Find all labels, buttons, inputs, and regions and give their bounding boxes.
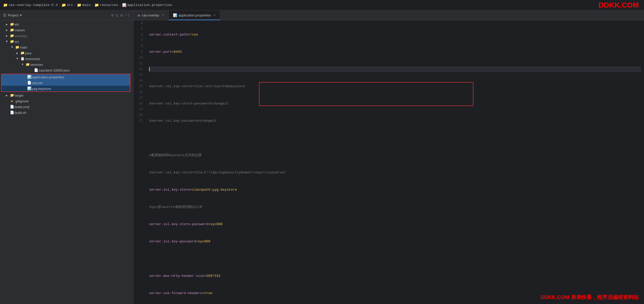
tree-item-overlays[interactable]: ▶ 📁 overlays (0, 33, 133, 39)
sep1: › (59, 4, 60, 7)
folder-icon-main: 📁 (77, 3, 81, 7)
tab-close-appprops[interactable]: ✕ (213, 14, 216, 17)
breadcrumb-src: src (67, 3, 73, 7)
label-appprops: application.properties (32, 75, 64, 79)
code-line-10 (149, 135, 641, 141)
sidebar-title: Project (8, 13, 18, 17)
red-box-files: ▶ 📊 application.properties ▶ 📄 cas.cer ▶… (1, 74, 131, 92)
sep3: › (92, 4, 93, 7)
label-buildsh: build.sh (15, 111, 26, 115)
sidebar-header: ☰ Project ▾ ⊕ ⇅ ⚙ ←| (0, 10, 133, 20)
code-line-17 (149, 256, 641, 262)
label-cascer: cas.cer (32, 81, 43, 85)
line-numbers: 4 5 6 7 8 9 10 11 12 13 14 15 16 17 18 1… (133, 20, 146, 304)
tree-item-casclient[interactable]: ▶ 📄 casclient-10000.json (0, 67, 133, 73)
code-line-13: server.ssl.key-store=classpath:yyg.keyst… (149, 187, 641, 193)
tree-item-buildcmd[interactable]: ▶ 📄 build.cmd (0, 104, 133, 110)
code-line-14: #syc是cacerts秘钥库的默认口令 (149, 204, 641, 210)
label-target: target (15, 93, 23, 97)
folder-icon-java: 📁 (20, 51, 25, 55)
tree-item-services[interactable]: ▼ 📁 services (0, 62, 133, 67)
file-icon-buildsh: 📄 (9, 110, 15, 115)
tab-close-casoverlay[interactable]: ✕ (162, 14, 164, 17)
breadcrumb-file: application.properties (127, 3, 172, 7)
editor-tabs: m cas-overlay ✕ 📊 application.properties… (133, 10, 644, 20)
tree-item-yygkeystore[interactable]: ▶ 📊 yyg.keystore (2, 86, 130, 91)
tree-item-java[interactable]: ▶ 📁 java (0, 50, 133, 56)
folder-icon-services: 📁 (25, 62, 30, 67)
sidebar-header-icons: ⊕ ⇅ ⚙ ←| (111, 13, 130, 18)
tree-item-maven[interactable]: ▶ 📁 maven (0, 27, 133, 33)
ddkk-logo: DDKK.COM (598, 1, 639, 9)
file-icon-cascer: 📄 (27, 81, 32, 85)
label-casclient: casclient-10000.json (39, 68, 70, 72)
folder-icon-target: 📁 (9, 93, 15, 97)
folder-icon-maven: 📁 (9, 28, 15, 32)
folder-icon-resources: 📁 (94, 3, 99, 7)
file-icon-yygkeystore: 📊 (27, 86, 32, 91)
folder-icon-etc: 📁 (9, 22, 15, 26)
tree-item-resources[interactable]: ▼ 📋 resources (0, 56, 133, 62)
code-line-9: #server.ssl.key-password=changeit (149, 118, 641, 124)
code-line-7: #server.ssl.key-store=file:/etc/cas/thek… (149, 84, 641, 89)
folder-icon-main: 📁 (15, 45, 20, 49)
file-icon-casclient: 📄 (33, 68, 39, 72)
arrow-src: ▼ (4, 40, 9, 43)
arrow-java: ▶ (15, 51, 20, 55)
file-icon-buildcmd: 📄 (9, 105, 15, 109)
tab-cas-overlay[interactable]: m cas-overlay ✕ (133, 10, 169, 20)
file-icon-props: 📊 (122, 3, 126, 7)
arrow-target: ▶ (4, 94, 9, 97)
tab-label-appprops: application.properties (179, 13, 211, 17)
tree-item-cascer[interactable]: ▶ 📄 cas.cer (2, 80, 130, 86)
code-line-18: server.max-http-header-size=2097152 (149, 273, 641, 279)
tab-application-properties[interactable]: 📊 application.properties ✕ (169, 10, 221, 20)
main-layout: ☰ Project ▾ ⊕ ⇅ ⚙ ←| ▶ 📁 etc ▶ (0, 10, 644, 304)
sync-icon[interactable]: ⇅ (116, 13, 118, 18)
sidebar-menu-icon: ☰ (3, 13, 6, 17)
label-src: src (15, 40, 19, 44)
sep4: › (119, 4, 121, 7)
breadcrumb: 📁 cas-overlay-template-5.3 › 📁 src › 📁 m… (3, 3, 172, 7)
editor-wrapper: 4 5 6 7 8 9 10 11 12 13 14 15 16 17 18 1… (133, 20, 644, 304)
sidebar-arrow[interactable]: ▾ (20, 13, 22, 17)
sidebar-header-left: ☰ Project ▾ (3, 13, 22, 17)
folder-icon-overlays: 📁 (9, 34, 15, 38)
breadcrumb-main: main (82, 3, 91, 7)
arrow-maven: ▶ (4, 28, 9, 32)
code-line-6 (149, 66, 641, 72)
tree-item-buildsh[interactable]: ▶ 📄 build.sh (0, 110, 133, 115)
folder-icon-src: 📁 (61, 3, 66, 7)
sidebar: ☰ Project ▾ ⊕ ⇅ ⚙ ←| ▶ 📁 etc ▶ (0, 10, 133, 304)
code-line-5: server.port=8443 (149, 49, 641, 55)
editor-area: m cas-overlay ✕ 📊 application.properties… (133, 10, 644, 304)
code-line-12: #server.ssl.key-store=file:F:\\SpringSec… (149, 170, 641, 176)
label-java: java (25, 51, 31, 55)
tab-label-casoverlay: cas-overlay (142, 13, 159, 17)
tree-item-main[interactable]: ▼ 📁 main (0, 44, 133, 50)
label-resources: resources (25, 57, 40, 61)
code-container[interactable]: 4 5 6 7 8 9 10 11 12 13 14 15 16 17 18 1… (133, 20, 644, 304)
tab-icon-casoverlay: m (138, 13, 140, 17)
code-line-11: #配置秘钥库keystore文件的位置 (149, 153, 641, 158)
add-module-icon[interactable]: ⊕ (111, 13, 114, 18)
tree-item-gitignore[interactable]: ▶ ◆ .gitignore (0, 98, 133, 104)
label-etc: etc (15, 22, 19, 26)
collapse-icon[interactable]: ←| (125, 13, 130, 18)
code-content: server.context-path=/cas server.port=844… (146, 20, 644, 304)
folder-icon-src: 📁 (9, 39, 15, 44)
sep2: › (74, 4, 76, 7)
arrow-etc: ▶ (4, 23, 9, 26)
title-bar: 📁 cas-overlay-template-5.3 › 📁 src › 📁 m… (0, 0, 644, 10)
code-line-16: server.ssl.key-password=syc000 (149, 239, 641, 244)
label-maven: maven (15, 28, 25, 32)
settings-icon[interactable]: ⚙ (120, 13, 123, 18)
tree-item-etc[interactable]: ▶ 📁 etc (0, 21, 133, 27)
tree-item-src[interactable]: ▼ 📁 src (0, 39, 133, 44)
tree-item-application-properties[interactable]: ▶ 📊 application.properties (2, 74, 130, 80)
tree-item-target[interactable]: ▶ 📁 target (0, 92, 133, 98)
label-services: services (30, 63, 43, 67)
code-line-15: server.ssl.key-store-password=syc000 (149, 221, 641, 227)
arrow-services: ▼ (20, 63, 25, 66)
folder-icon-resources: 📋 (20, 57, 25, 61)
